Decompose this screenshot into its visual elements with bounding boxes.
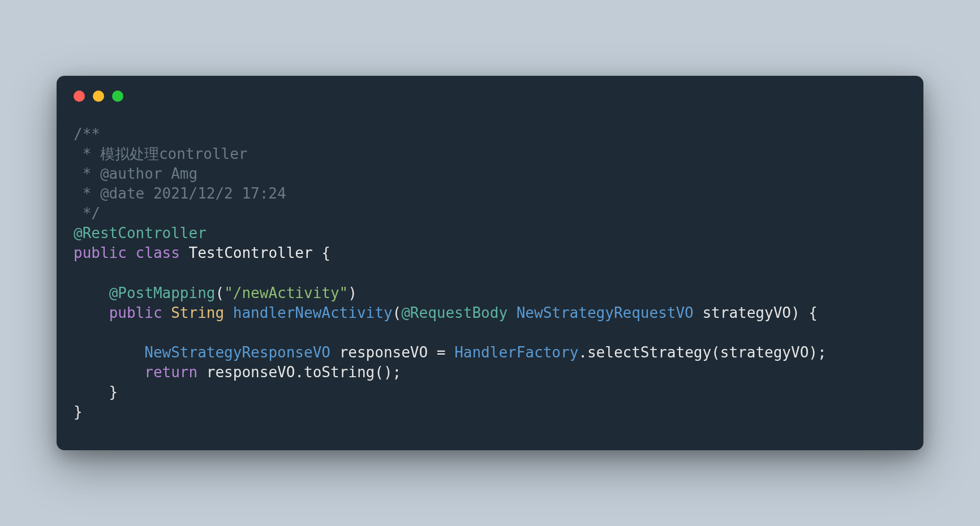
indent [74, 284, 109, 301]
param-name: strategyVO [702, 304, 791, 321]
paren: ( [393, 304, 402, 321]
code-block: /** * 模拟处理controller * @author Amg * @da… [57, 107, 923, 422]
comment-line: /** [74, 126, 100, 143]
dot: . [295, 364, 304, 381]
comment-line: * @author Amg [74, 165, 197, 182]
dot: . [578, 344, 587, 361]
indent [74, 364, 144, 381]
space [197, 364, 207, 381]
brace: { [800, 304, 818, 321]
code-window: /** * 模拟处理controller * @author Amg * @da… [57, 76, 923, 450]
annotation-requestbody: @RequestBody [401, 304, 508, 321]
equals: = [428, 344, 454, 361]
keyword-public: public [74, 244, 127, 261]
close-icon[interactable] [74, 90, 85, 102]
class-ref: HandlerFactory [454, 344, 578, 361]
semicolon: ; [818, 344, 827, 361]
brace-close: } [74, 403, 83, 420]
type-string: String [171, 304, 224, 321]
variable: responseVO [339, 344, 428, 361]
parens: () [375, 364, 392, 381]
minimize-icon[interactable] [93, 90, 104, 102]
param-type: NewStrategyRequestVO [517, 304, 694, 321]
class-name: TestController [189, 244, 313, 261]
paren: ) [791, 304, 800, 321]
paren: ( [711, 344, 720, 361]
method-call: toString [304, 364, 375, 381]
keyword-public: public [109, 304, 162, 321]
paren: ) [809, 344, 818, 361]
semicolon: ; [393, 364, 402, 381]
window-titlebar [57, 76, 923, 107]
maximize-icon[interactable] [112, 90, 123, 102]
comment-line: */ [74, 205, 100, 222]
string-literal: "/newActivity" [224, 284, 348, 301]
paren: ( [215, 284, 224, 301]
comment-line: * @date 2021/12/2 17:24 [74, 185, 286, 202]
indent [74, 344, 144, 361]
type-ref: NewStrategyResponseVO [144, 344, 330, 361]
brace: { [313, 244, 330, 261]
method-name: handlerNewActivity [233, 304, 393, 321]
argument: strategyVO [720, 344, 809, 361]
keyword-return: return [144, 364, 197, 381]
indent [74, 304, 109, 321]
keyword-class: class [136, 244, 180, 261]
comment-line: * 模拟处理controller [74, 145, 248, 162]
paren: ) [348, 284, 357, 301]
annotation-restcontroller: @RestController [74, 225, 207, 242]
variable: responseVO [207, 364, 295, 381]
brace-close: } [74, 383, 118, 400]
method-call: selectStrategy [587, 344, 711, 361]
annotation-postmapping: @PostMapping [109, 284, 216, 301]
